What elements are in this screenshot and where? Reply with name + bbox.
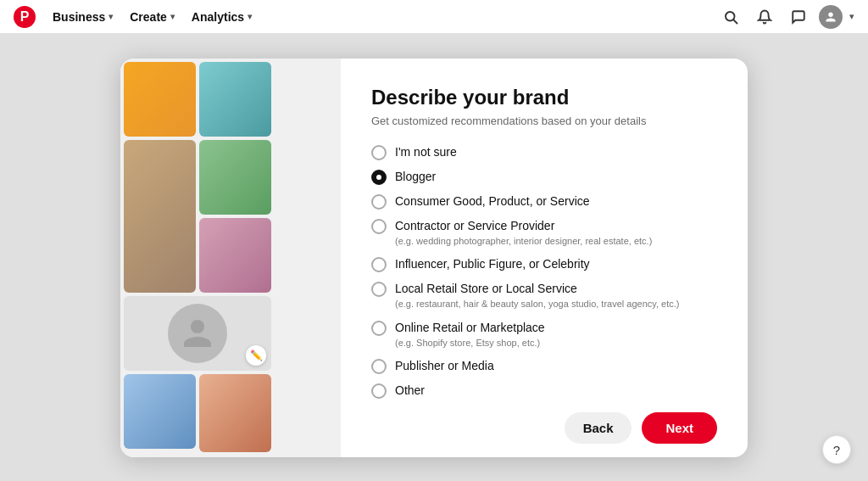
option-other-label: Other: [395, 383, 425, 398]
option-local-retail-sublabel: (e.g. restaurant, hair & beauty salon, y…: [395, 298, 679, 310]
radio-other[interactable]: [371, 383, 387, 399]
option-online-retail-sublabel: (e.g. Shopify store, Etsy shop, etc.): [395, 337, 545, 350]
pinterest-logo[interactable]: P: [14, 6, 36, 28]
edit-avatar-button[interactable]: ✏️: [246, 345, 266, 366]
option-not-sure-label: I'm not sure: [395, 144, 457, 159]
profile-avatar-area: ✏️: [124, 296, 271, 371]
main-content: ✏️ Describe your brand Get customized re…: [0, 34, 868, 481]
chevron-down-icon: ▾: [248, 12, 252, 21]
collage-image-3: [124, 140, 196, 293]
notifications-button[interactable]: [751, 3, 778, 31]
nav-item-create[interactable]: Create ▾: [130, 10, 175, 24]
collage-image-5: [199, 218, 271, 293]
radio-consumer-good[interactable]: [371, 194, 387, 210]
image-collage: ✏️: [120, 59, 341, 457]
option-not-sure[interactable]: I'm not sure: [371, 144, 717, 160]
option-online-retail-label: Online Retail or Marketplace: [395, 320, 545, 335]
search-button[interactable]: [717, 3, 744, 31]
option-influencer-label: Influencer, Public Figure, or Celebrity: [395, 256, 590, 271]
collage-image-4: [199, 140, 271, 215]
nav-icon-group: ▾: [717, 3, 854, 31]
next-button[interactable]: Next: [642, 412, 717, 444]
radio-not-sure[interactable]: [371, 145, 387, 160]
top-navigation: P Business ▾ Create ▾ Analytics ▾: [0, 0, 868, 34]
help-button[interactable]: ?: [822, 435, 851, 464]
radio-blogger-inner: [376, 175, 381, 180]
option-contractor-sublabel: (e.g. wedding photographer, interior des…: [395, 235, 652, 248]
chevron-down-icon: ▾: [170, 12, 175, 21]
collage-image-1: [124, 62, 196, 137]
radio-publisher[interactable]: [371, 359, 387, 374]
brand-description-modal: ✏️ Describe your brand Get customized re…: [120, 59, 748, 457]
radio-local-retail[interactable]: [371, 282, 387, 297]
radio-online-retail[interactable]: [371, 321, 387, 336]
account-chevron-icon[interactable]: ▾: [849, 11, 854, 22]
brand-type-options: I'm not sure Blogger Consumer Good, Prod…: [371, 144, 717, 400]
nav-business-label: Business: [53, 10, 105, 24]
modal-subtitle: Get customized recommendations based on …: [371, 115, 717, 127]
radio-influencer[interactable]: [371, 257, 387, 272]
messages-button[interactable]: [785, 3, 812, 31]
option-blogger-label: Blogger: [395, 169, 436, 184]
collage-image-2: [199, 62, 271, 137]
radio-contractor[interactable]: [371, 219, 387, 234]
nav-create-label: Create: [130, 10, 167, 24]
nav-item-business[interactable]: Business ▾: [53, 10, 113, 24]
nav-item-analytics[interactable]: Analytics ▾: [192, 10, 252, 24]
option-other[interactable]: Other: [371, 383, 717, 399]
form-panel: Describe your brand Get customized recom…: [341, 59, 748, 457]
option-consumer-good[interactable]: Consumer Good, Product, or Service: [371, 193, 717, 210]
option-contractor[interactable]: Contractor or Service Provider (e.g. wed…: [371, 218, 717, 249]
modal-title: Describe your brand: [371, 86, 717, 109]
option-blogger[interactable]: Blogger: [371, 169, 717, 185]
chevron-down-icon: ▾: [108, 12, 113, 21]
option-influencer[interactable]: Influencer, Public Figure, or Celebrity: [371, 256, 717, 272]
option-online-retail[interactable]: Online Retail or Marketplace (e.g. Shopi…: [371, 320, 717, 350]
back-button[interactable]: Back: [565, 412, 632, 444]
option-consumer-good-label: Consumer Good, Product, or Service: [395, 193, 590, 209]
user-avatar[interactable]: [819, 5, 843, 29]
svg-line-1: [733, 20, 737, 23]
option-local-retail[interactable]: Local Retail Store or Local Service (e.g…: [371, 281, 717, 311]
option-local-retail-label: Local Retail Store or Local Service: [395, 281, 679, 296]
nav-analytics-label: Analytics: [192, 10, 244, 24]
option-publisher[interactable]: Publisher or Media: [371, 358, 717, 374]
action-buttons: Back Next: [371, 412, 717, 444]
avatar-placeholder: [168, 304, 227, 363]
collage-image-7: [124, 374, 196, 449]
option-publisher-label: Publisher or Media: [395, 358, 494, 373]
option-contractor-label: Contractor or Service Provider: [395, 218, 652, 233]
radio-blogger[interactable]: [371, 170, 387, 185]
collage-image-8: [199, 374, 271, 452]
